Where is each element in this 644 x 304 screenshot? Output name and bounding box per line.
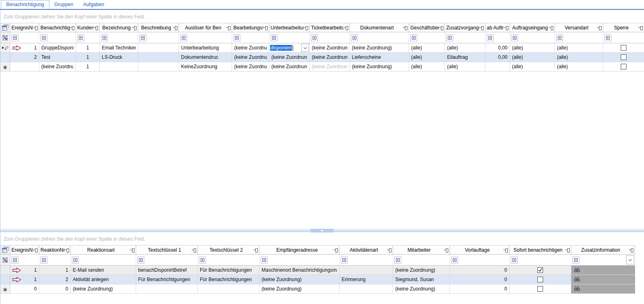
filter-button[interactable] (199, 257, 206, 264)
checkbox[interactable] (621, 54, 626, 60)
column-header-ab-auftrag[interactable]: ab Auftra (485, 23, 510, 32)
filter-cell-mitarbeiter[interactable] (393, 255, 450, 265)
grid-cell[interactable]: Dokumentendruc (179, 53, 232, 62)
grid-cell[interactable]: Test (39, 53, 76, 62)
cell-editor[interactable]: disponiert (269, 43, 310, 52)
filter-cell-benachrichtigung[interactable] (39, 32, 76, 43)
filter-button[interactable] (72, 257, 79, 264)
grid-cell[interactable]: (keine Zuordnung) (259, 275, 340, 284)
group-by-panel-top[interactable]: Zum Gruppieren ziehen Sie den Kopf einer… (0, 10, 644, 23)
column-header-sofort-benachrichtigen[interactable]: Sofort benachrichtigen (510, 246, 571, 254)
grid-cell[interactable]: (keine Zuordnung) (350, 43, 409, 52)
grid-cell[interactable]: Für Benachrichtigungen (198, 275, 259, 284)
grid-cell[interactable]: Siegmund, Susan (393, 275, 450, 284)
filter-dropdown-button[interactable] (626, 255, 634, 264)
filter-cell-reaktionsart[interactable] (71, 255, 136, 265)
grid-cell[interactable] (603, 53, 644, 62)
grid-cell[interactable] (340, 284, 393, 293)
column-header-textschluessel2[interactable]: Textschlüssel 2 (198, 246, 259, 254)
column-header-versandart[interactable]: Versandart (555, 23, 603, 32)
filter-button[interactable] (271, 34, 277, 41)
grid-cell[interactable]: Unterbearbeitung (179, 43, 232, 52)
column-header-zusatzinformation[interactable]: Zusatzinformation (571, 246, 635, 254)
filter-cell-textschluessel1[interactable] (136, 255, 198, 265)
column-header-ticketbearbeitung[interactable]: Ticketbearbeitun (310, 23, 350, 32)
column-header-ausloeser[interactable]: Auslöser für Ben (179, 23, 232, 32)
filter-cell-geschaeftsbereich[interactable] (409, 32, 445, 43)
grid-cell[interactable] (510, 275, 571, 284)
grid-cell[interactable]: 0 (450, 275, 510, 284)
filter-cell-reaktionnr[interactable] (39, 255, 71, 265)
grid-cell[interactable]: (keine Zuordnung (232, 53, 269, 62)
grid-cell[interactable] (100, 62, 138, 71)
grid-cell[interactable]: (alle) (409, 43, 445, 52)
filter-button[interactable] (446, 34, 453, 41)
filter-button[interactable] (11, 34, 18, 41)
grid-cell[interactable]: (keine Zuordnung) (71, 284, 136, 293)
splitter-collapse-button[interactable] (311, 229, 333, 232)
checkbox[interactable] (537, 267, 543, 273)
filter-button[interactable] (451, 257, 458, 264)
grid-cell[interactable]: (alle) (555, 53, 603, 62)
filter-cell-empfaengeradresse[interactable] (259, 255, 340, 265)
filter-cell-vorlauftage[interactable] (450, 255, 510, 265)
grid-cell[interactable]: (keine Zuordnung (39, 62, 76, 71)
grid-cell[interactable]: (alle) (510, 53, 555, 62)
grid-cell[interactable]: (alle) (555, 62, 603, 71)
checkbox[interactable] (621, 45, 626, 51)
grid-cell[interactable]: E-Mail senden (71, 266, 136, 275)
edit-filter-icon[interactable] (0, 255, 10, 265)
column-header-kunden[interactable]: Kunden (76, 23, 100, 32)
grid-cell[interactable] (138, 43, 179, 52)
grid-cell[interactable] (10, 62, 39, 71)
filter-cell-zusatzvorgang[interactable] (445, 32, 485, 43)
grid-cell[interactable]: (keine Zuordnung (232, 43, 269, 52)
tab-aufgaben[interactable]: Aufgaben (78, 0, 109, 9)
dropdown-button[interactable] (301, 44, 309, 52)
filter-cell-bezeichnung[interactable] (100, 32, 138, 43)
tab-benachrichtigung[interactable]: Benachrichtigung (1, 0, 49, 9)
filter-button[interactable] (394, 257, 401, 264)
grid-cell[interactable]: Für Benachrichtigungen (198, 266, 259, 275)
column-header-ereignisnr[interactable]: EreignisNr (10, 246, 39, 254)
grid-cell[interactable]: Eilauftrag (445, 53, 485, 62)
grid-cell[interactable]: (keine Zuordnung (310, 43, 350, 52)
column-header-unterbearbeitung[interactable]: Unterbearbeitun (269, 23, 310, 32)
filter-button[interactable] (311, 34, 318, 41)
grid-cell[interactable]: (keine Zuordnung) (350, 62, 409, 71)
grid-cell[interactable]: 1 (10, 266, 39, 275)
grid-cell[interactable]: KeineZuordnung (179, 62, 232, 71)
grid-cell[interactable] (603, 43, 644, 52)
grid-cell[interactable]: Aktivität anlegen (71, 275, 136, 284)
grid-cell[interactable]: (alle) (445, 62, 485, 71)
filter-button[interactable] (77, 34, 84, 41)
grid-cell[interactable]: (alle) (555, 43, 603, 52)
filter-button[interactable] (351, 34, 358, 41)
grid-cell[interactable] (340, 266, 393, 275)
filter-cell-bearbeitungsstatus[interactable] (232, 32, 269, 43)
grid-cell[interactable]: Maschinenort Benachrichtigungsmail (259, 266, 340, 275)
grid-cell[interactable] (136, 284, 198, 293)
splitter-bar[interactable] (0, 228, 644, 232)
column-header-textschluessel1[interactable]: Textschlüssel 1 (136, 246, 198, 254)
filter-cell-ticketbearbeitung[interactable] (310, 32, 350, 43)
filter-cell-kunden[interactable] (76, 32, 100, 43)
column-header-reaktionsart[interactable]: Reaktionsart (71, 246, 136, 254)
grid-cell[interactable]: 0 (450, 284, 510, 293)
grid-cell[interactable]: 0 (39, 284, 71, 293)
grid-cell[interactable]: (keine Zuordnung) (393, 266, 450, 275)
grid-cell[interactable]: (keine Zuordnung) (393, 284, 450, 293)
column-header-aktivitaetenart[interactable]: Aktivitätenart (340, 246, 393, 254)
grid-cell[interactable]: GruppeDisponiert (39, 43, 76, 52)
filter-cell-beschreibung[interactable] (138, 32, 179, 43)
edit-filter-icon[interactable] (0, 32, 10, 43)
grid-cell[interactable]: (keine Zuordnung (269, 62, 310, 71)
column-header-empfaengeradresse[interactable]: Empfängeradresse (259, 246, 340, 254)
grid-cell[interactable]: benachDisponirtBetref (136, 266, 198, 275)
filter-button[interactable] (40, 257, 47, 264)
checkbox[interactable] (621, 64, 626, 69)
grid-cell[interactable]: (alle) (445, 43, 485, 52)
column-header-bearbeitungsstatus[interactable]: Bearbeitungssta (232, 23, 269, 32)
filter-button[interactable] (410, 34, 417, 41)
filter-button[interactable] (556, 34, 563, 41)
